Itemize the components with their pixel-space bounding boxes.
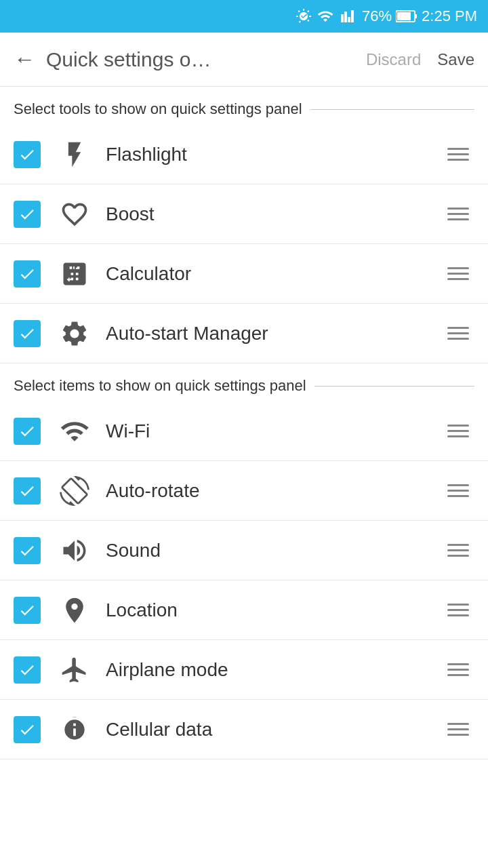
list-item: Boost: [0, 184, 488, 244]
status-wifi-icon: [316, 8, 335, 24]
cellular-icon: [54, 715, 95, 745]
calculator-icon: [54, 259, 95, 289]
section-items-label: Select items to show on quick settings p…: [14, 377, 306, 395]
sound-label: Sound: [106, 540, 442, 561]
section-tools-header: Select tools to show on quick settings p…: [0, 87, 488, 125]
autostart-label: Auto-start Manager: [106, 323, 442, 344]
wifi-icon: [54, 416, 95, 446]
list-item: Auto-rotate: [0, 461, 488, 521]
alarm-icon: [296, 8, 312, 24]
sound-icon: [54, 536, 95, 566]
calculator-checkbox[interactable]: [14, 260, 41, 288]
status-icons: 76% 2:25 PM: [296, 7, 477, 25]
save-button[interactable]: Save: [437, 50, 474, 69]
battery-icon: [396, 9, 418, 23]
autostart-icon: [54, 319, 95, 349]
flashlight-drag-handle[interactable]: [442, 142, 474, 166]
section-divider: [310, 109, 474, 110]
autorotate-label: Auto-rotate: [106, 480, 442, 502]
boost-checkbox[interactable]: [14, 201, 41, 228]
boost-drag-handle[interactable]: [442, 202, 474, 226]
svg-rect-1: [415, 14, 417, 18]
flashlight-checkbox[interactable]: [14, 141, 41, 168]
location-drag-handle[interactable]: [442, 598, 474, 622]
toolbar: ← Quick settings o… Discard Save: [0, 33, 488, 87]
list-item: Flashlight: [0, 125, 488, 184]
battery-text: 76%: [362, 7, 392, 25]
autorotate-checkbox[interactable]: [14, 477, 41, 505]
cellular-label: Cellular data: [106, 719, 442, 741]
wifi-label: Wi-Fi: [106, 420, 442, 442]
autorotate-icon: [54, 476, 95, 506]
boost-icon: [54, 199, 95, 229]
svg-rect-2: [397, 12, 411, 20]
discard-button[interactable]: Discard: [366, 50, 421, 69]
autostart-drag-handle[interactable]: [442, 321, 474, 345]
flashlight-icon: [54, 140, 95, 170]
airplane-icon: [54, 655, 95, 685]
section-tools-label: Select tools to show on quick settings p…: [14, 100, 302, 118]
sound-drag-handle[interactable]: [442, 538, 474, 562]
location-label: Location: [106, 599, 442, 621]
cellular-checkbox[interactable]: [14, 716, 41, 743]
list-item: Auto-start Manager: [0, 304, 488, 363]
autostart-checkbox[interactable]: [14, 320, 41, 347]
list-item: Location: [0, 580, 488, 640]
status-time: 2:25 PM: [422, 7, 477, 25]
cellular-drag-handle[interactable]: [442, 717, 474, 741]
list-item: Airplane mode: [0, 640, 488, 700]
airplane-drag-handle[interactable]: [442, 658, 474, 682]
flashlight-label: Flashlight: [106, 144, 442, 165]
back-button[interactable]: ←: [14, 47, 35, 72]
wifi-drag-handle[interactable]: [442, 419, 474, 443]
list-item: Wi-Fi: [0, 401, 488, 461]
wifi-checkbox[interactable]: [14, 418, 41, 445]
signal-icon: [339, 8, 358, 24]
location-checkbox[interactable]: [14, 597, 41, 624]
airplane-checkbox[interactable]: [14, 656, 41, 684]
status-bar: 76% 2:25 PM: [0, 0, 488, 33]
calculator-drag-handle[interactable]: [442, 262, 474, 285]
list-item: Calculator: [0, 244, 488, 304]
list-item: Sound: [0, 521, 488, 580]
airplane-label: Airplane mode: [106, 659, 442, 681]
section-items-header: Select items to show on quick settings p…: [0, 363, 488, 401]
list-item: Cellular data: [0, 700, 488, 760]
autorotate-drag-handle[interactable]: [442, 479, 474, 502]
boost-label: Boost: [106, 203, 442, 225]
calculator-label: Calculator: [106, 263, 442, 285]
location-icon: [54, 595, 95, 625]
sound-checkbox[interactable]: [14, 537, 41, 564]
section-divider-2: [314, 386, 474, 387]
page-title: Quick settings o…: [46, 48, 366, 71]
